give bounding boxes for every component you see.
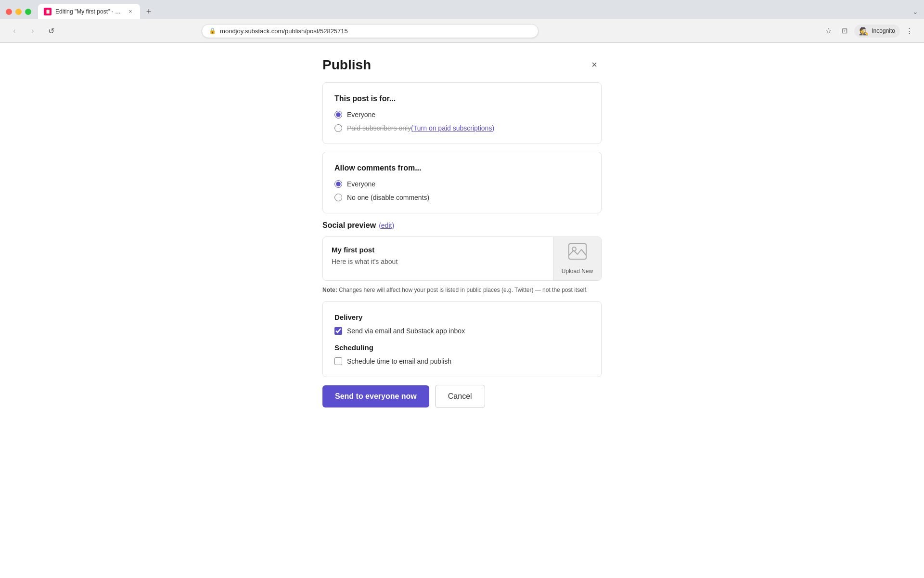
social-preview-post-desc: Here is what it's about — [332, 258, 544, 265]
active-tab: 📋 Editing "My first post" - Subst... × — [38, 4, 140, 19]
url-bar[interactable]: 🔒 moodjoy.substack.com/publish/post/5282… — [202, 24, 539, 38]
paid-label: Paid subscribers only(Turn on paid subsc… — [347, 124, 494, 132]
delivery-heading: Delivery — [334, 313, 590, 321]
paid-radio-label[interactable]: Paid subscribers only(Turn on paid subsc… — [334, 124, 590, 132]
bookmark-button[interactable]: ☆ — [821, 24, 835, 38]
tab-bar: 📋 Editing "My first post" - Subst... × +… — [0, 0, 924, 19]
comments-none-label[interactable]: No one (disable comments) — [334, 194, 590, 201]
menu-button[interactable]: ⋮ — [903, 24, 916, 38]
window-close-button[interactable] — [6, 9, 12, 15]
social-preview-post-title: My first post — [332, 246, 544, 254]
tab-close-button[interactable]: × — [127, 8, 134, 15]
delivery-checkbox-text: Send via email and Substack app inbox — [347, 327, 465, 335]
action-buttons: Send to everyone now Cancel — [322, 385, 602, 408]
comments-radio-group: Everyone No one (disable comments) — [334, 180, 590, 201]
reload-button[interactable]: ↺ — [44, 24, 58, 38]
page-content: Publish × This post is for... Everyone P… — [0, 43, 924, 578]
scheduling-heading: Scheduling — [334, 343, 590, 352]
incognito-icon: 🕵 — [859, 26, 869, 36]
comments-none-text: No one (disable comments) — [347, 194, 429, 201]
upload-new-label: Upload New — [562, 268, 593, 275]
post-for-section: This post is for... Everyone Paid subscr… — [322, 82, 602, 144]
toolbar-right: ☆ ⊡ 🕵 Incognito ⋮ — [821, 24, 916, 38]
tab-title: Editing "My first post" - Subst... — [55, 8, 123, 15]
publish-container: Publish × This post is for... Everyone P… — [322, 57, 602, 578]
window-controls — [6, 9, 31, 15]
window-minimize-button[interactable] — [15, 9, 22, 15]
note-text: Changes here will affect how your post i… — [337, 287, 588, 293]
tab-favicon: 📋 — [44, 8, 51, 15]
send-to-everyone-button[interactable]: Send to everyone now — [322, 385, 429, 407]
social-preview-edit-link[interactable]: (edit) — [379, 222, 394, 229]
publish-title: Publish — [322, 57, 602, 73]
browser-chrome: 📋 Editing "My first post" - Subst... × +… — [0, 0, 924, 43]
delivery-scheduling-section: Delivery Send via email and Substack app… — [322, 301, 602, 377]
delivery-checkbox[interactable] — [334, 327, 342, 335]
everyone-label: Everyone — [347, 111, 375, 118]
social-preview-text-area: My first post Here is what it's about — [323, 237, 553, 280]
forward-button[interactable]: › — [26, 24, 39, 38]
comments-everyone-label[interactable]: Everyone — [334, 180, 590, 188]
incognito-label: Incognito — [872, 27, 895, 34]
scheduling-checkbox[interactable] — [334, 357, 342, 365]
everyone-radio[interactable] — [334, 111, 342, 118]
delivery-checkbox-label[interactable]: Send via email and Substack app inbox — [334, 327, 590, 335]
back-button[interactable]: ‹ — [8, 24, 21, 38]
image-placeholder-icon — [568, 243, 587, 264]
social-preview-note: Note: Changes here will affect how your … — [322, 287, 602, 293]
paid-radio[interactable] — [334, 124, 342, 132]
scheduling-checkbox-text: Schedule time to email and publish — [347, 357, 451, 365]
social-preview-section: Social preview (edit) My first post Here… — [322, 221, 602, 293]
address-bar: ‹ › ↺ 🔒 moodjoy.substack.com/publish/pos… — [0, 19, 924, 42]
comments-heading: Allow comments from... — [334, 164, 590, 172]
url-text: moodjoy.substack.com/publish/post/528257… — [220, 27, 348, 35]
scheduling-checkbox-label[interactable]: Schedule time to email and publish — [334, 357, 590, 365]
paid-link[interactable]: (Turn on paid subscriptions) — [411, 124, 494, 132]
social-preview-heading: Social preview — [322, 221, 376, 230]
cancel-button[interactable]: Cancel — [435, 385, 485, 408]
note-prefix: Note: — [322, 287, 337, 293]
upload-new-button[interactable]: Upload New — [553, 237, 601, 280]
split-view-button[interactable]: ⊡ — [838, 24, 851, 38]
comments-section: Allow comments from... Everyone No one (… — [322, 152, 602, 213]
close-button[interactable]: × — [587, 57, 602, 72]
tab-expand-button[interactable]: ⌄ — [912, 8, 918, 15]
paid-strikethrough-text: Paid subscribers only — [347, 124, 411, 132]
new-tab-button[interactable]: + — [142, 5, 155, 18]
lock-icon: 🔒 — [209, 27, 216, 34]
window-maximize-button[interactable] — [25, 9, 31, 15]
post-for-heading: This post is for... — [334, 94, 590, 103]
comments-none-radio[interactable] — [334, 194, 342, 201]
comments-everyone-radio[interactable] — [334, 180, 342, 188]
incognito-badge: 🕵 Incognito — [854, 25, 900, 38]
post-for-radio-group: Everyone Paid subscribers only(Turn on p… — [334, 111, 590, 132]
everyone-radio-label[interactable]: Everyone — [334, 111, 590, 118]
social-preview-header: Social preview (edit) — [322, 221, 602, 230]
scheduling-section: Scheduling Schedule time to email and pu… — [334, 343, 590, 365]
comments-everyone-text: Everyone — [347, 180, 375, 188]
social-preview-card: My first post Here is what it's about Up… — [322, 236, 602, 281]
